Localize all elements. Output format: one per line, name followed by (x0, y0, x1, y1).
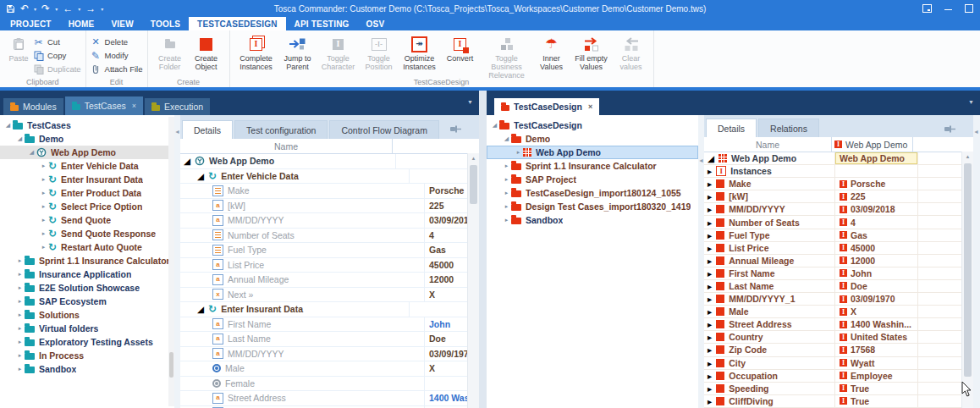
column-header-value[interactable]: IWeb App Demo (831, 137, 912, 152)
value-cell[interactable]: 1400 Washington S (424, 391, 468, 405)
value-cell[interactable]: 4 (424, 229, 468, 243)
grid-row[interactable]: MaleX (180, 361, 468, 377)
dropdown-caret-icon[interactable]: ▾ (78, 6, 80, 12)
tree-item[interactable]: ▸Design Test Cases_import180320_1419 (487, 200, 698, 213)
grid-row[interactable]: ▸CountryIUnited States (704, 331, 962, 344)
splitter[interactable]: ◄ (174, 115, 180, 408)
expander-icon[interactable]: ▸ (39, 163, 48, 169)
ribbon-tab-project[interactable]: PROJECT (2, 17, 60, 30)
value-cell[interactable]: I17568 (834, 344, 917, 356)
grid-row[interactable]: ▸MM/DD/YYYYI03/09/2018 (704, 203, 962, 216)
dock-tab-testcasedesign[interactable]: TestCaseDesign× (494, 98, 599, 115)
modify-button[interactable]: ✎Modify (91, 49, 143, 62)
grid-row[interactable]: ◢↻Enter Insurant Data (180, 302, 468, 317)
expander-icon[interactable]: ◢ (197, 171, 204, 181)
grid-row[interactable]: aList Price45000 (180, 258, 468, 273)
tree-item[interactable]: ▸↻Select Price Option (0, 200, 174, 213)
grid-row[interactable]: aStreet Address1400 Washington S (180, 391, 468, 406)
scrollbar[interactable]: ▲ (961, 152, 973, 408)
tree-item[interactable]: ▸In Process (0, 349, 174, 362)
tree-item[interactable]: ▸E2E Solution Showcase (0, 281, 174, 295)
grid-row[interactable]: ▸Street AddressI1400 Washin... (704, 318, 962, 331)
cut-button[interactable]: ✂Cut (33, 36, 81, 48)
tree-item[interactable]: ◢Demo (487, 132, 698, 146)
grid-row[interactable]: Number of Seats4 (180, 229, 468, 244)
expander-icon[interactable]: ▸ (707, 256, 712, 266)
dropdown-caret-icon[interactable]: ▾ (34, 6, 36, 12)
collapsed-panel-strip[interactable]: ◄ (973, 115, 980, 408)
grid-row[interactable]: ▸[kW]I225 (704, 190, 962, 203)
grid-row[interactable]: aMM/DD/YYYY03/09/1970 (180, 347, 468, 362)
value-cell[interactable]: 225 (424, 199, 468, 213)
grid-row[interactable]: aMM/DD/YYYY03/09/2018 (180, 213, 468, 229)
value-cell[interactable]: 45000 (424, 258, 468, 273)
expander-icon[interactable]: ▸ (514, 149, 523, 156)
expander-icon[interactable]: ▸ (707, 281, 712, 291)
tree-item[interactable]: ▸Solutions (0, 308, 174, 322)
expander-icon[interactable]: ▸ (707, 204, 712, 214)
expander-icon[interactable]: ▸ (502, 176, 511, 183)
column-header-name[interactable]: Name (180, 139, 392, 153)
value-cell[interactable]: I225 (834, 190, 917, 202)
dock-tab-modules[interactable]: Modules (3, 98, 63, 115)
create-object-button[interactable]: Create Object (188, 33, 225, 72)
value-cell[interactable]: IPorsche (834, 178, 917, 190)
value-cell[interactable]: IX (834, 306, 917, 317)
fill-empty-values-button[interactable]: Fill empty Values (570, 33, 614, 72)
tree-item[interactable]: ▸↻Enter Product Data (0, 186, 174, 200)
expander-icon[interactable]: ▸ (15, 366, 25, 372)
tree-item[interactable]: ◢TestCaseDesign (487, 119, 698, 132)
grid-row[interactable]: ▸MM/DD/YYYY_1I03/09/1970 (704, 293, 962, 306)
expander-icon[interactable]: ▸ (707, 179, 712, 189)
expander-icon[interactable]: ▸ (502, 163, 511, 169)
grid-row[interactable]: ◢Web App Demo (180, 154, 468, 169)
value-cell[interactable]: 12000 (424, 273, 468, 287)
expander-icon[interactable]: ▸ (15, 298, 25, 305)
tree-item[interactable]: ▸Insurance Application (0, 267, 174, 281)
expander-icon[interactable]: ▸ (15, 271, 25, 278)
grid-row[interactable]: ▸First NameIJohn (704, 267, 962, 280)
tree-item[interactable]: ▸↻Enter Insurant Data (0, 173, 174, 186)
create-folder-button[interactable]: Create Folder (152, 33, 188, 72)
tree-item[interactable]: ▸TestCaseDesign_import180124_1055 (487, 186, 698, 200)
grid-row[interactable]: aLast NameDoe (180, 332, 468, 347)
grid-row[interactable]: Female (180, 377, 468, 392)
value-cell[interactable]: I45000 (834, 242, 917, 254)
optimize-instances-button[interactable]: ↠Optimize Instances (399, 33, 441, 72)
clear-values-button[interactable]: Clear values (614, 33, 649, 72)
expander-icon[interactable]: ▸ (15, 339, 25, 345)
tree-item[interactable]: ◢TestCases (0, 119, 174, 132)
grid-row[interactable]: ▸Annual MileageI12000 (704, 255, 962, 267)
minimize-button[interactable] (944, 9, 952, 10)
toggle-character-button[interactable]: IToggle Character (317, 33, 360, 72)
dock-menu-caret-icon[interactable]: ▼ (968, 99, 974, 105)
expander-icon[interactable]: ◢ (502, 135, 511, 142)
column-header-name[interactable]: Name (704, 137, 831, 152)
grid-row[interactable]: ▸OccupationIEmployee (704, 370, 962, 383)
scrollbar-thumb[interactable] (964, 163, 972, 377)
scrollbar-thumb[interactable] (169, 352, 173, 378)
tree-item[interactable]: ▸↻Enter Vehicle Data (0, 159, 174, 173)
panel-tab-test-configuration[interactable]: Test configuration (234, 120, 328, 139)
value-cell[interactable] (409, 302, 468, 317)
value-cell[interactable]: 03/09/2018 (424, 213, 468, 228)
paste-button[interactable]: Paste (4, 33, 33, 63)
expander-icon[interactable]: ▸ (39, 217, 48, 223)
expander-icon[interactable]: ▸ (15, 325, 25, 332)
expander-icon[interactable]: ▸ (707, 345, 712, 355)
value-cell[interactable]: I03/09/1970 (834, 293, 917, 305)
grid-row[interactable]: ▸Last NameIDoe (704, 280, 962, 293)
pin-icon[interactable] (944, 122, 956, 137)
grid-row[interactable]: MakePorsche (180, 184, 468, 199)
grid-row[interactable]: ▸Number of SeatsI4 (704, 216, 962, 229)
jump-to-parent-button[interactable]: Jump to Parent (278, 33, 317, 72)
tree-item[interactable]: ▸Sandbox (487, 213, 698, 227)
expander-icon[interactable]: ◢ (707, 153, 714, 163)
expander-icon[interactable]: ▸ (707, 294, 712, 304)
undo-icon[interactable]: ↶ (20, 3, 29, 14)
value-cell[interactable]: ITrue (834, 395, 917, 407)
grid-row[interactable]: aAnnual Mileage12000 (180, 273, 468, 288)
tree-item[interactable]: ▸Sandbox (0, 362, 174, 376)
collapse-left-icon[interactable]: ◄ (698, 157, 704, 163)
tree-item[interactable]: ▸Virtual folders (0, 322, 174, 335)
